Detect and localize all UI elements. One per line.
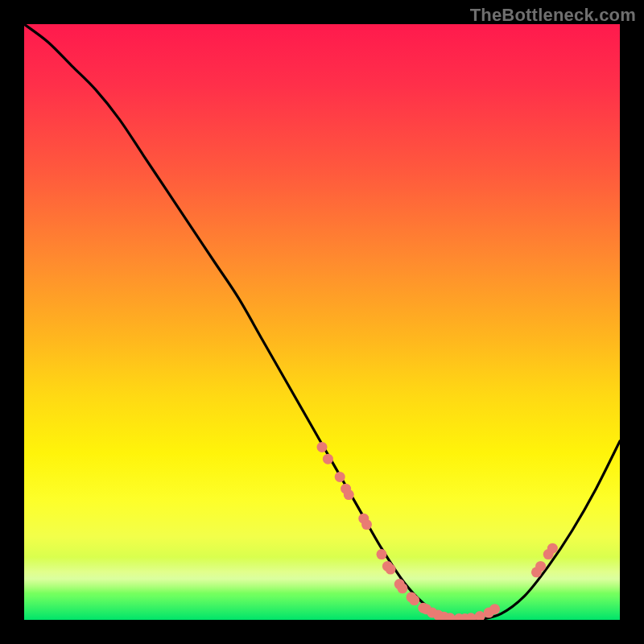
plot-area — [24, 24, 620, 620]
highlight-point — [335, 472, 345, 482]
highlight-point — [344, 489, 354, 500]
highlight-point — [547, 543, 558, 554]
attribution-label: TheBottleneck.com — [470, 5, 636, 26]
curve-svg — [24, 24, 620, 620]
highlight-point — [466, 613, 477, 620]
highlight-point — [535, 561, 546, 572]
highlight-point — [377, 549, 387, 559]
highlight-point — [386, 564, 396, 575]
highlight-point — [317, 442, 328, 452]
highlight-point — [397, 583, 407, 593]
highlight-point — [361, 519, 372, 530]
highlight-point — [323, 454, 333, 464]
highlight-point — [475, 611, 485, 620]
bottleneck-curve — [24, 24, 620, 620]
chart-container: TheBottleneck.com — [0, 0, 644, 644]
highlight-point — [409, 595, 419, 605]
highlight-point — [489, 604, 500, 614]
highlight-points — [317, 442, 558, 620]
